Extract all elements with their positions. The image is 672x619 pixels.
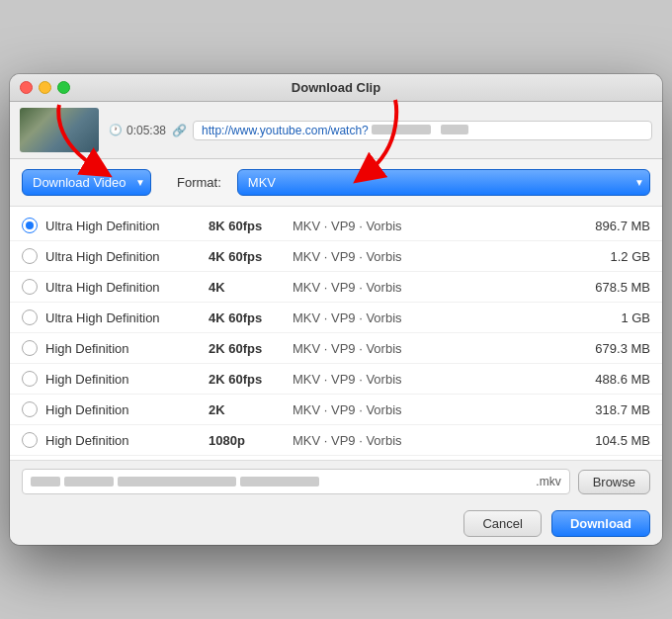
opt-size-7: 104.5 MB — [576, 433, 650, 448]
option-row-2[interactable]: Ultra High Definition4KMKV · VP9 · Vorbi… — [10, 272, 662, 303]
option-row-4[interactable]: High Definition2K 60fpsMKV · VP9 · Vorbi… — [10, 333, 662, 364]
opt-codec-6: MKV · VP9 · Vorbis — [293, 402, 576, 417]
opt-codec-1: MKV · VP9 · Vorbis — [293, 249, 576, 264]
filepath-bar[interactable]: .mkv — [22, 469, 570, 494]
file-extension: .mkv — [536, 475, 560, 488]
filepath-content: .mkv — [31, 475, 561, 488]
path-segment-4 — [240, 477, 319, 486]
radio-btn-4[interactable] — [22, 340, 38, 356]
time-info: 🕐 0:05:38 — [109, 124, 166, 137]
opt-resolution-6: 2K — [209, 402, 293, 417]
opt-resolution-1: 4K 60fps — [209, 249, 293, 264]
opt-quality-5: High Definition — [45, 372, 209, 387]
option-row-6[interactable]: High Definition2KMKV · VP9 · Vorbis318.7… — [10, 395, 662, 425]
opt-codec-4: MKV · VP9 · Vorbis — [293, 341, 576, 356]
opt-codec-3: MKV · VP9 · Vorbis — [293, 310, 576, 325]
opt-codec-7: MKV · VP9 · Vorbis — [293, 433, 576, 448]
video-duration: 0:05:38 — [126, 124, 166, 137]
url-blurred-part — [372, 125, 431, 134]
minimize-button[interactable] — [39, 81, 51, 94]
url-blurred-end — [441, 125, 468, 134]
clock-icon: 🕐 — [109, 124, 123, 136]
options-list: Ultra High Definition8K 60fpsMKV · VP9 ·… — [10, 207, 662, 460]
opt-resolution-3: 4K 60fps — [209, 310, 293, 325]
bottom-bar: .mkv Browse — [10, 460, 662, 502]
opt-codec-5: MKV · VP9 · Vorbis — [293, 372, 576, 387]
main-window: Download Clip 🕐 0:05:38 🔗 http://www.you… — [10, 74, 662, 545]
title-bar: Download Clip — [10, 74, 662, 102]
url-bar[interactable]: http://www.youtube.com/watch? — [193, 121, 652, 140]
window-title: Download Clip — [292, 80, 380, 95]
radio-btn-5[interactable] — [22, 371, 38, 387]
cancel-button[interactable]: Cancel — [463, 510, 541, 537]
download-button[interactable]: Download — [551, 510, 650, 537]
link-icon: 🔗 — [172, 124, 187, 137]
option-row-7[interactable]: High Definition1080pMKV · VP9 · Vorbis10… — [10, 425, 662, 456]
opt-size-1: 1.2 GB — [576, 249, 650, 264]
browser-meta-row: 🕐 0:05:38 🔗 http://www.youtube.com/watch… — [109, 121, 652, 140]
video-thumbnail — [20, 108, 99, 152]
browser-info: 🕐 0:05:38 🔗 http://www.youtube.com/watch… — [109, 121, 652, 140]
radio-btn-7[interactable] — [22, 432, 38, 448]
option-row-1[interactable]: Ultra High Definition4K 60fpsMKV · VP9 ·… — [10, 241, 662, 272]
option-row-5[interactable]: High Definition2K 60fpsMKV · VP9 · Vorbi… — [10, 364, 662, 395]
opt-quality-4: High Definition — [45, 341, 209, 356]
radio-btn-1[interactable] — [22, 248, 38, 264]
path-segment-1 — [31, 477, 60, 486]
option-row-0[interactable]: Ultra High Definition8K 60fpsMKV · VP9 ·… — [10, 211, 662, 241]
opt-codec-0: MKV · VP9 · Vorbis — [293, 219, 576, 233]
url-text: http://www.youtube.com/watch? — [202, 124, 369, 137]
radio-btn-6[interactable] — [22, 401, 38, 417]
opt-quality-2: Ultra High Definition — [45, 280, 209, 295]
path-segment-3 — [118, 477, 236, 486]
download-type-select[interactable]: Download Video — [22, 169, 151, 196]
traffic-lights — [20, 81, 70, 94]
toolbar-container: Download Video ▼ Format: MKV — [10, 159, 662, 207]
opt-resolution-5: 2K 60fps — [209, 372, 293, 387]
opt-resolution-0: 8K 60fps — [209, 219, 293, 233]
opt-resolution-7: 1080p — [209, 433, 293, 448]
opt-quality-3: Ultra High Definition — [45, 310, 209, 325]
maximize-button[interactable] — [57, 81, 70, 94]
radio-btn-2[interactable] — [22, 279, 38, 295]
opt-size-2: 678.5 MB — [576, 280, 650, 295]
format-label: Format: — [177, 175, 221, 190]
opt-size-3: 1 GB — [576, 310, 650, 325]
download-type-wrapper[interactable]: Download Video ▼ — [22, 169, 151, 196]
opt-size-0: 896.7 MB — [576, 219, 650, 233]
opt-quality-6: High Definition — [45, 402, 209, 417]
opt-quality-1: Ultra High Definition — [45, 249, 209, 264]
radio-btn-3[interactable] — [22, 310, 38, 325]
browser-bar: 🕐 0:05:38 🔗 http://www.youtube.com/watch… — [10, 102, 662, 159]
opt-quality-7: High Definition — [45, 433, 209, 448]
opt-resolution-4: 2K 60fps — [209, 341, 293, 356]
format-select-wrapper[interactable]: MKV ▼ — [237, 169, 650, 196]
opt-quality-0: Ultra High Definition — [45, 219, 209, 233]
radio-btn-0[interactable] — [22, 218, 38, 233]
browse-button[interactable]: Browse — [578, 470, 650, 494]
option-row-3[interactable]: Ultra High Definition4K 60fpsMKV · VP9 ·… — [10, 303, 662, 333]
path-segment-2 — [64, 477, 114, 486]
format-select[interactable]: MKV — [237, 169, 650, 196]
opt-size-5: 488.6 MB — [576, 372, 650, 387]
opt-size-4: 679.3 MB — [576, 341, 650, 356]
opt-size-6: 318.7 MB — [576, 402, 650, 417]
action-bar: Cancel Download — [10, 502, 662, 545]
opt-resolution-2: 4K — [209, 280, 293, 295]
close-button[interactable] — [20, 81, 33, 94]
toolbar: Download Video ▼ Format: MKV — [10, 159, 662, 207]
opt-codec-2: MKV · VP9 · Vorbis — [293, 280, 576, 295]
